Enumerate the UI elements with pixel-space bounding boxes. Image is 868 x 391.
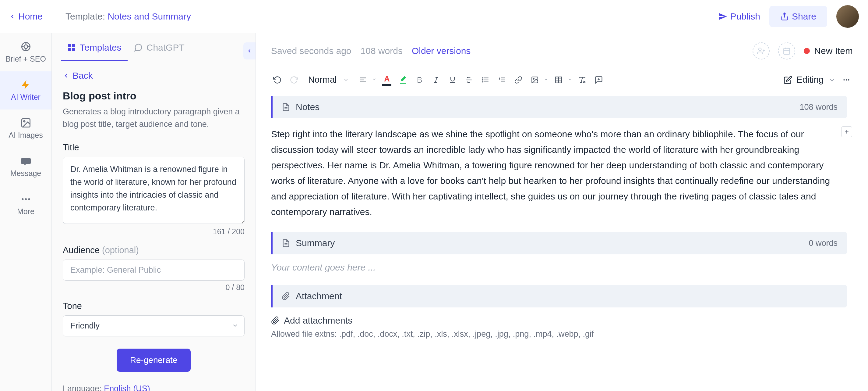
chevron-down-icon[interactable] <box>544 77 549 83</box>
strikethrough-button[interactable] <box>463 74 475 86</box>
comment-button[interactable] <box>592 74 605 86</box>
title-input[interactable] <box>63 157 245 224</box>
home-label: Home <box>18 11 43 22</box>
status-dot-icon <box>804 48 810 54</box>
section-word-count: 0 words <box>809 239 838 248</box>
bullet-list-button[interactable] <box>479 74 492 86</box>
template-name[interactable]: Notes and Summary <box>107 11 191 21</box>
table-button[interactable] <box>552 74 565 86</box>
editor-area: Saved seconds ago 108 words Older versio… <box>256 33 868 391</box>
document-icon <box>282 103 290 111</box>
paperclip-icon <box>282 292 290 300</box>
svg-rect-19 <box>784 48 790 54</box>
bold-button[interactable] <box>413 74 426 86</box>
rail-ai-writer[interactable]: AI Writer <box>0 72 52 110</box>
word-count: 108 words <box>361 46 403 56</box>
svg-rect-12 <box>68 44 71 47</box>
older-versions-link[interactable]: Older versions <box>412 46 470 56</box>
link-button[interactable] <box>512 74 525 86</box>
svg-rect-13 <box>72 44 75 47</box>
audience-label: Audience (optional) <box>63 245 245 255</box>
highlight-button[interactable] <box>397 74 410 86</box>
template-panel: Templates ChatGPT Back Blog post intro G… <box>52 33 256 391</box>
tab-templates[interactable]: Templates <box>61 33 128 61</box>
svg-point-52 <box>848 79 849 80</box>
section-notes-header[interactable]: Notes 108 words <box>271 96 847 118</box>
svg-point-11 <box>28 198 30 200</box>
svg-point-8 <box>24 121 25 122</box>
tone-label: Tone <box>63 301 245 311</box>
italic-button[interactable] <box>430 74 442 86</box>
svg-line-28 <box>435 78 437 82</box>
allowed-extensions: Allowed file extns: .pdf, .doc, .docx, .… <box>271 329 847 339</box>
svg-point-16 <box>759 48 762 51</box>
redo-button[interactable] <box>287 74 300 86</box>
underline-button[interactable] <box>446 74 459 86</box>
share-button[interactable]: Share <box>769 6 827 27</box>
panel-title: Blog post intro <box>63 90 245 102</box>
template-label: Template: Notes and Summary <box>65 11 191 22</box>
svg-point-10 <box>25 198 27 200</box>
numbered-list-button[interactable] <box>496 74 508 86</box>
svg-rect-15 <box>72 48 75 51</box>
rail-more[interactable]: More <box>0 186 52 224</box>
title-char-count: 161 / 200 <box>63 227 245 236</box>
add-block-button[interactable] <box>841 126 852 137</box>
rail-message[interactable]: Message <box>0 148 52 186</box>
panel-description: Generates a blog introductory paragraph … <box>63 106 245 130</box>
audience-input[interactable] <box>63 259 245 281</box>
audience-char-count: 0 / 80 <box>63 283 245 292</box>
publish-button[interactable]: Publish <box>718 11 760 22</box>
collapse-panel-button[interactable] <box>243 43 255 59</box>
section-title: Notes <box>296 102 319 112</box>
section-summary-header[interactable]: Summary 0 words <box>271 232 847 254</box>
add-attachments-button[interactable]: Add attachments <box>271 315 847 326</box>
undo-button[interactable] <box>271 74 284 86</box>
clear-formatting-button[interactable] <box>576 74 589 86</box>
toolbar: Normal A <box>271 68 853 96</box>
left-rail: Brief + SEO AI Writer AI Images Message … <box>0 33 52 391</box>
svg-point-9 <box>22 198 24 200</box>
svg-rect-14 <box>68 48 71 51</box>
notes-paragraph[interactable]: Step right into the literary landscape a… <box>271 126 847 220</box>
chevron-down-icon[interactable] <box>372 77 377 83</box>
section-attachment-header[interactable]: Attachment <box>271 285 847 307</box>
svg-point-51 <box>846 79 847 80</box>
svg-point-36 <box>483 81 483 82</box>
tab-chatgpt[interactable]: ChatGPT <box>128 33 191 61</box>
tone-select[interactable] <box>63 315 245 336</box>
align-button[interactable] <box>356 74 369 86</box>
new-item-status[interactable]: New Item <box>804 46 853 56</box>
topbar: Home Template: Notes and Summary Publish… <box>0 0 868 33</box>
svg-point-34 <box>483 78 483 78</box>
language-link[interactable]: English (US) <box>104 384 150 391</box>
add-collaborator-button[interactable] <box>752 43 770 59</box>
chevron-down-icon[interactable] <box>567 77 572 83</box>
chevron-down-icon <box>232 322 239 330</box>
title-label: Title <box>63 142 245 152</box>
section-word-count: 108 words <box>800 103 838 112</box>
summary-placeholder[interactable]: Your content goes here ... <box>271 262 847 273</box>
svg-point-41 <box>533 78 534 79</box>
more-toolbar-button[interactable] <box>840 74 853 86</box>
back-link[interactable]: Back <box>63 71 245 81</box>
font-color-button[interactable]: A <box>380 74 393 86</box>
avatar[interactable] <box>836 5 859 28</box>
save-status: Saved seconds ago <box>271 46 351 56</box>
svg-point-50 <box>843 79 844 80</box>
paragraph-style-select[interactable]: Normal <box>304 73 353 87</box>
home-link[interactable]: Home <box>9 11 43 22</box>
calendar-button[interactable] <box>778 43 795 59</box>
section-title: Attachment <box>296 291 342 301</box>
rail-brief-seo[interactable]: Brief + SEO <box>0 33 52 72</box>
image-button[interactable] <box>528 74 541 86</box>
rail-ai-images[interactable]: AI Images <box>0 110 52 148</box>
svg-point-35 <box>483 79 483 80</box>
document-icon <box>282 239 290 247</box>
editing-mode-select[interactable]: Editing <box>784 75 836 85</box>
regenerate-button[interactable]: Re-generate <box>117 348 191 372</box>
section-title: Summary <box>296 238 335 248</box>
language-line: Language: English (US) <box>63 384 245 391</box>
svg-point-2 <box>24 45 28 49</box>
